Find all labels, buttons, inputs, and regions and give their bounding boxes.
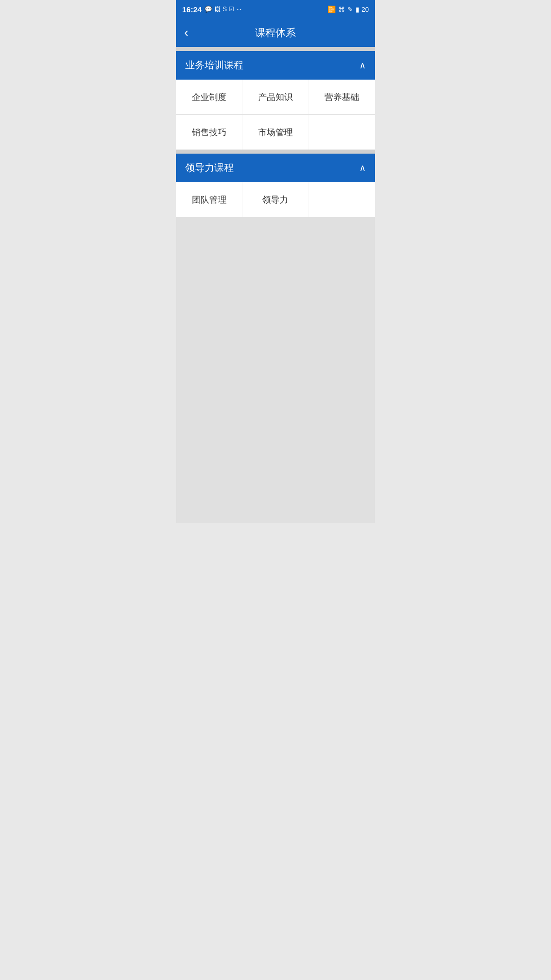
status-icons: 💬 🖼 S ☑ ··· xyxy=(205,6,241,13)
top-divider xyxy=(176,47,375,51)
check-icon: ☑ xyxy=(229,6,234,13)
skype-icon: S xyxy=(222,6,227,13)
page-title: 课程体系 xyxy=(255,26,296,40)
business-section-header[interactable]: 业务培训课程 ∧ xyxy=(176,51,375,80)
course-item-empty-1 xyxy=(309,115,375,150)
business-grid: 企业制度 产品知识 营养基础 销售技巧 市场管理 xyxy=(176,80,375,150)
section-gap xyxy=(176,150,375,154)
course-item-market[interactable]: 市场管理 xyxy=(242,115,309,150)
leadership-section-title: 领导力课程 xyxy=(185,161,234,175)
background-area xyxy=(176,217,375,523)
status-left: 16:24 💬 🖼 S ☑ ··· xyxy=(182,5,241,14)
course-item-enterprise[interactable]: 企业制度 xyxy=(176,80,242,114)
course-item-product[interactable]: 产品知识 xyxy=(242,80,309,114)
battery-icon: ▮ xyxy=(356,6,359,13)
leadership-grid: 团队管理 领导力 xyxy=(176,182,375,217)
back-button[interactable]: ‹ xyxy=(184,27,188,39)
more-icon: ··· xyxy=(236,6,241,13)
vibrate-icon: 📴 xyxy=(328,6,336,13)
leadership-chevron-icon: ∧ xyxy=(359,162,366,174)
status-bar: 16:24 💬 🖼 S ☑ ··· 📴 ⌘ ✎ ▮ 20 xyxy=(176,0,375,18)
course-item-sales[interactable]: 销售技巧 xyxy=(176,115,242,150)
business-section: 业务培训课程 ∧ 企业制度 产品知识 营养基础 销售技巧 市场管理 xyxy=(176,51,375,150)
image-icon: 🖼 xyxy=(214,6,220,13)
course-item-leadership[interactable]: 领导力 xyxy=(242,182,309,217)
header: ‹ 课程体系 xyxy=(176,18,375,47)
leadership-section-header[interactable]: 领导力课程 ∧ xyxy=(176,154,375,182)
wifi-icon: ⌘ xyxy=(338,6,345,13)
course-item-empty-2 xyxy=(309,182,375,217)
status-right: 📴 ⌘ ✎ ▮ 20 xyxy=(328,6,369,13)
status-time: 16:24 xyxy=(182,5,202,14)
business-chevron-icon: ∧ xyxy=(359,60,366,71)
business-section-title: 业务培训课程 xyxy=(185,59,243,72)
business-row-1: 企业制度 产品知识 营养基础 xyxy=(176,80,375,115)
leadership-section: 领导力课程 ∧ 团队管理 领导力 xyxy=(176,154,375,217)
signal-icon: ✎ xyxy=(347,6,353,13)
course-item-team[interactable]: 团队管理 xyxy=(176,182,242,217)
battery-level: 20 xyxy=(362,6,369,13)
leadership-row-1: 团队管理 领导力 xyxy=(176,182,375,217)
business-row-2: 销售技巧 市场管理 xyxy=(176,115,375,150)
course-item-nutrition[interactable]: 营养基础 xyxy=(309,80,375,114)
message-icon: 💬 xyxy=(205,6,212,13)
